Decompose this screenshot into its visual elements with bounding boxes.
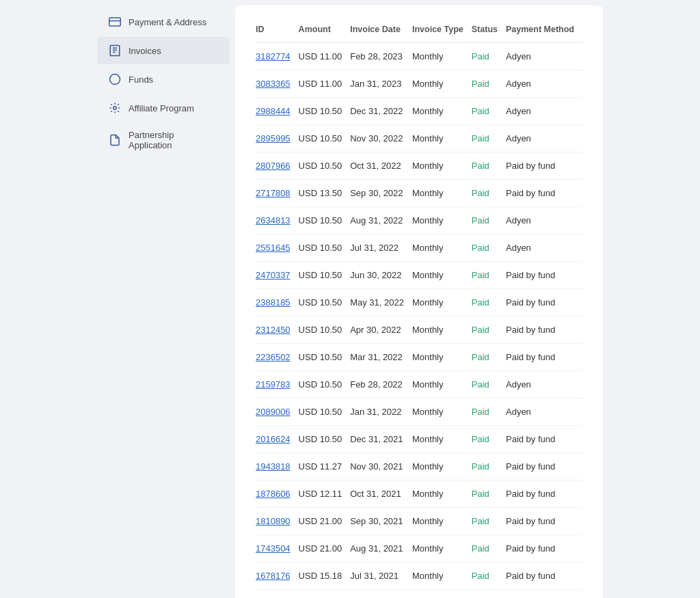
invoice-type: Monthly	[412, 398, 472, 426]
invoice-type: Monthly	[412, 289, 472, 316]
status-badge: Paid	[472, 51, 489, 62]
sidebar-item-payment-address[interactable]: Payment & Address	[97, 8, 230, 36]
invoice-type: Monthly	[412, 562, 472, 590]
invoice-id-2895995[interactable]: 2895995	[256, 133, 291, 144]
payment-method: Paid by fund	[506, 316, 582, 344]
table-row: 2717808USD 13.50Sep 30, 2022MonthlyPaidP…	[256, 180, 582, 207]
invoice-type: Monthly	[412, 590, 472, 599]
payment-method: Paid by fund	[506, 535, 582, 562]
invoice-date: Jul 31, 2022	[350, 234, 412, 262]
col-header-status: Status	[472, 19, 506, 43]
invoice-id-2159783[interactable]: 2159783	[256, 379, 291, 390]
status-badge: Paid	[472, 325, 489, 335]
invoice-id-2236502[interactable]: 2236502	[256, 352, 291, 362]
payment-method: Paid by fund	[506, 426, 582, 453]
invoice-date: Nov 30, 2021	[350, 453, 412, 480]
document-icon	[108, 133, 122, 147]
invoice-id-2089006[interactable]: 2089006	[256, 407, 291, 417]
col-header-payment-method: Payment Method	[506, 19, 582, 43]
invoice-id-1743504[interactable]: 1743504	[256, 543, 291, 554]
invoice-type: Monthly	[412, 371, 472, 398]
invoice-date: Feb 28, 2022	[350, 371, 412, 398]
invoice-type: Monthly	[412, 207, 472, 234]
status-badge: Paid	[472, 489, 489, 499]
invoice-id-2717808[interactable]: 2717808	[256, 188, 291, 198]
table-row: 1878606USD 12.11Oct 31, 2021MonthlyPaidP…	[256, 480, 582, 508]
payment-method: Paid by fund	[506, 453, 582, 480]
invoice-id-2016624[interactable]: 2016624	[256, 434, 291, 444]
invoice-date: Jun 30, 2022	[350, 262, 412, 289]
invoice-type: Monthly	[412, 234, 472, 262]
status-badge: Paid	[472, 461, 489, 472]
col-header-amount: Amount	[299, 19, 351, 43]
payment-method: Paid by fund	[506, 508, 582, 535]
status-badge: Paid	[472, 161, 489, 171]
invoice-id-1810890[interactable]: 1810890	[256, 516, 291, 526]
table-row: 1743504USD 21.00Aug 31, 2021MonthlyPaidP…	[256, 535, 582, 562]
invoice-amount: USD 10.50	[299, 98, 351, 125]
invoice-amount: USD 10.50	[299, 398, 351, 426]
invoice-type: Monthly	[412, 535, 472, 562]
status-badge: Paid	[472, 79, 489, 89]
sidebar-item-label-partnership-application: Partnership Application	[129, 130, 219, 150]
invoice-date: Jul 31, 2021	[350, 562, 412, 590]
invoice-amount: USD 21.00	[299, 508, 351, 535]
invoice-date: Aug 31, 2022	[350, 207, 412, 234]
sidebar-item-partnership-application[interactable]: Partnership Application	[97, 123, 230, 157]
table-row: 2089006USD 10.50Jan 31, 2022MonthlyPaidA…	[256, 398, 582, 426]
invoice-type: Monthly	[412, 508, 472, 535]
invoice-id-2470337[interactable]: 2470337	[256, 270, 291, 280]
status-badge: Paid	[472, 352, 489, 362]
table-row: 2388185USD 10.50May 31, 2022MonthlyPaidP…	[256, 289, 582, 316]
invoice-date: Jun 30, 2021	[350, 590, 412, 599]
status-badge: Paid	[472, 516, 489, 526]
table-row: 1678176USD 15.18Jul 31, 2021MonthlyPaidP…	[256, 562, 582, 590]
invoice-id-2388185[interactable]: 2388185	[256, 297, 291, 308]
invoice-amount: USD 10.50	[299, 207, 351, 234]
col-header-invoice-date: Invoice Date	[350, 19, 412, 43]
invoice-amount: USD 10.50	[299, 426, 351, 453]
payment-method: Adyen	[506, 207, 582, 234]
sidebar-item-affiliate-program[interactable]: Affiliate Program	[97, 94, 230, 122]
invoice-date: Aug 31, 2021	[350, 535, 412, 562]
table-row: 2159783USD 10.50Feb 28, 2022MonthlyPaidA…	[256, 371, 582, 398]
invoice-type: Monthly	[412, 152, 472, 180]
invoice-type: Monthly	[412, 70, 472, 98]
status-badge: Paid	[472, 379, 489, 390]
invoice-type: Monthly	[412, 480, 472, 508]
invoice-id-2634813[interactable]: 2634813	[256, 215, 291, 226]
main-content: IDAmountInvoice DateInvoice TypeStatusPa…	[235, 5, 603, 598]
invoice-date: Oct 31, 2022	[350, 152, 412, 180]
payment-method: Adyen	[506, 234, 582, 262]
table-row: 2634813USD 10.50Aug 31, 2022MonthlyPaidA…	[256, 207, 582, 234]
circle-icon	[108, 72, 122, 86]
table-row: 3083365USD 11.00Jan 31, 2023MonthlyPaidA…	[256, 70, 582, 98]
card-icon	[108, 15, 122, 29]
invoice-id-2988444[interactable]: 2988444	[256, 106, 291, 116]
invoice-id-1943818[interactable]: 1943818	[256, 461, 291, 472]
invoice-date: Jan 31, 2022	[350, 398, 412, 426]
table-row: 2895995USD 10.50Nov 30, 2022MonthlyPaidA…	[256, 125, 582, 152]
sidebar-item-label-funds: Funds	[129, 74, 153, 85]
invoice-id-1878606[interactable]: 1878606	[256, 489, 291, 499]
col-header-invoice-type: Invoice Type	[412, 19, 472, 43]
payment-method: Adyen	[506, 98, 582, 125]
invoice-type: Monthly	[412, 180, 472, 207]
payment-method: Paid by fund	[506, 344, 582, 371]
invoice-date: May 31, 2022	[350, 289, 412, 316]
invoice-id-2312450[interactable]: 2312450	[256, 325, 291, 335]
svg-point-6	[109, 74, 120, 85]
invoice-id-3083365[interactable]: 3083365	[256, 79, 291, 89]
sidebar-item-funds[interactable]: Funds	[97, 66, 230, 93]
table-row: 1943818USD 11.27Nov 30, 2021MonthlyPaidP…	[256, 453, 582, 480]
invoice-id-3182774[interactable]: 3182774	[256, 51, 291, 62]
invoice-id-2551645[interactable]: 2551645	[256, 243, 291, 253]
invoice-amount: USD 10.50	[299, 316, 351, 344]
sidebar-item-invoices[interactable]: Invoices	[97, 37, 230, 64]
invoice-id-1678176[interactable]: 1678176	[256, 571, 291, 581]
invoice-id-2807966[interactable]: 2807966	[256, 161, 291, 171]
invoice-type: Monthly	[412, 344, 472, 371]
status-badge: Paid	[472, 243, 489, 253]
payment-method: Adyen	[506, 398, 582, 426]
invoice-type: Monthly	[412, 453, 472, 480]
